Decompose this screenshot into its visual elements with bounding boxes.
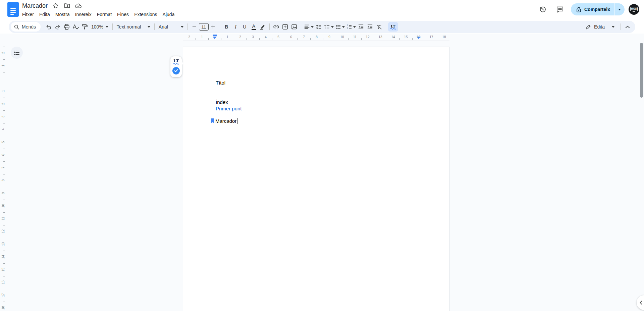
header: Marcador FitxerEditaMostraInsereixFormat… xyxy=(0,0,644,19)
menu-item-mostra[interactable]: Mostra xyxy=(53,11,72,18)
chevron-down-icon xyxy=(353,26,356,28)
paragraph-style-select[interactable]: Text normal xyxy=(115,22,152,32)
menu-item-extensions[interactable]: Extensions xyxy=(131,11,160,18)
first-line-indent-marker[interactable] xyxy=(213,35,217,36)
bookmark-icon[interactable] xyxy=(211,118,215,124)
align-button[interactable] xyxy=(303,22,314,32)
version-history-icon[interactable] xyxy=(536,3,549,16)
languagetool-widget[interactable]: LT xyxy=(170,56,182,77)
numbered-list-button[interactable]: 1.2. xyxy=(345,22,357,32)
editing-mode-select[interactable]: Edita xyxy=(581,22,619,32)
insert-image-icon[interactable] xyxy=(290,22,299,32)
share-button-main[interactable]: Comparteix xyxy=(571,3,614,15)
increase-font-size-button[interactable] xyxy=(209,22,218,32)
highlight-color-icon[interactable] xyxy=(258,22,267,32)
clear-formatting-icon[interactable] xyxy=(375,22,384,32)
show-side-panel-button[interactable] xyxy=(637,295,644,310)
v-ruler-tick xyxy=(3,123,5,123)
docs-logo-icon[interactable] xyxy=(7,2,19,17)
font-family-value: Arial xyxy=(159,24,168,30)
document-outline-button[interactable] xyxy=(11,47,23,59)
font-family-select[interactable]: Arial xyxy=(157,22,185,32)
paint-format-icon[interactable] xyxy=(80,22,89,32)
zoom-select[interactable]: 100% xyxy=(89,22,110,32)
move-folder-icon[interactable] xyxy=(64,2,70,9)
toolbar-separator xyxy=(220,23,220,30)
decrease-indent-icon[interactable] xyxy=(357,22,366,32)
menu-item-fitxer[interactable]: Fitxer xyxy=(19,11,37,18)
toolbar: Menús 100% Text normal Arial xyxy=(9,21,635,33)
decrease-font-size-button[interactable] xyxy=(190,22,199,32)
v-ruler-tick xyxy=(3,302,5,302)
add-comment-icon[interactable] xyxy=(281,22,290,32)
h-ruler-tick xyxy=(374,38,374,40)
bulleted-list-button[interactable] xyxy=(334,22,345,32)
increase-indent-icon[interactable] xyxy=(366,22,375,32)
cloud-status-icon[interactable] xyxy=(75,2,82,9)
text-color-button[interactable]: A xyxy=(249,22,258,32)
line-spacing-icon[interactable] xyxy=(314,22,323,32)
menu-item-insereix[interactable]: Insereix xyxy=(72,11,94,18)
v-ruler-number: 11 xyxy=(1,216,5,221)
avatar[interactable]: MGC xyxy=(629,4,639,15)
share-dropdown-arrow[interactable] xyxy=(614,3,625,15)
menu-item-ajuda[interactable]: Ajuda xyxy=(160,11,177,18)
doc-link-primer-punt[interactable]: Primer punt xyxy=(216,106,242,112)
bold-button[interactable]: B xyxy=(222,22,231,32)
hide-menus-button[interactable] xyxy=(623,22,632,32)
menu-item-format[interactable]: Format xyxy=(94,11,114,18)
share-button-label: Comparteix xyxy=(584,7,610,12)
v-ruler-tick xyxy=(3,289,5,289)
vertical-scrollbar-thumb[interactable] xyxy=(640,43,643,98)
menu-item-edita[interactable]: Edita xyxy=(37,11,53,18)
search-menus-button[interactable]: Menús xyxy=(11,22,41,32)
left-indent-marker[interactable] xyxy=(213,37,217,39)
menus-label: Menús xyxy=(22,24,36,30)
undo-button[interactable] xyxy=(44,22,53,32)
h-ruler-number: 16 xyxy=(417,35,420,39)
check-circle-icon[interactable] xyxy=(172,67,180,74)
bookmark-row: Marcador xyxy=(211,118,237,124)
h-ruler-tick xyxy=(247,38,247,40)
document-title[interactable]: Marcador xyxy=(22,2,48,9)
h-ruler-tick xyxy=(196,38,196,40)
checklist-button[interactable] xyxy=(323,22,334,32)
h-ruler-number: 8 xyxy=(316,35,318,39)
svg-text:2.: 2. xyxy=(347,27,349,30)
chevron-left-icon xyxy=(639,300,643,305)
h-ruler-tick xyxy=(298,38,298,40)
toolbar-separator xyxy=(112,23,113,30)
v-ruler-tick xyxy=(3,72,5,72)
star-icon[interactable] xyxy=(52,2,59,9)
outline-list-icon xyxy=(14,50,20,55)
h-ruler-number: 2 xyxy=(239,35,241,39)
share-button[interactable]: Comparteix xyxy=(571,3,625,15)
zoom-value: 100% xyxy=(91,24,103,30)
v-ruler-tick xyxy=(3,161,5,162)
underline-button[interactable]: U xyxy=(240,22,249,32)
chevron-down-icon xyxy=(106,26,108,28)
h-ruler-number: 5 xyxy=(277,35,279,39)
languagetool-button[interactable]: LT xyxy=(388,22,398,32)
avatar-label: MGC xyxy=(630,7,638,11)
redo-button[interactable] xyxy=(53,22,62,32)
h-ruler-tick xyxy=(272,38,272,40)
insert-link-icon[interactable] xyxy=(272,22,281,32)
print-icon[interactable] xyxy=(62,22,71,32)
v-ruler-number: 16 xyxy=(1,280,5,285)
h-ruler-tick xyxy=(412,38,413,40)
comments-icon[interactable] xyxy=(553,3,567,16)
h-ruler-number: 15 xyxy=(404,35,408,39)
header-actions: Comparteix MGC xyxy=(536,3,639,16)
spellcheck-icon[interactable] xyxy=(71,22,80,32)
v-ruler-tick xyxy=(3,85,5,85)
font-size-input[interactable]: 11 xyxy=(199,23,209,31)
italic-button[interactable]: I xyxy=(231,22,240,32)
h-ruler-number: 6 xyxy=(290,35,292,39)
document-page[interactable]: Títol Índex Primer punt Marcador xyxy=(183,47,449,311)
h-ruler-tick xyxy=(361,38,362,40)
menu-item-eines[interactable]: Eines xyxy=(114,11,131,18)
title-block: Marcador FitxerEditaMostraInsereixFormat… xyxy=(22,1,177,18)
horizontal-ruler: 21123456789101112131415161718 xyxy=(183,35,449,41)
v-ruler-number: 10 xyxy=(1,204,5,208)
